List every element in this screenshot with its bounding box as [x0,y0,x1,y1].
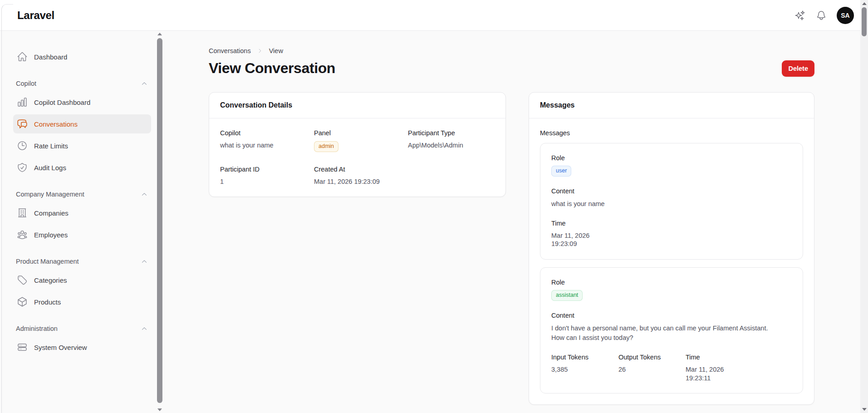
sidebar-group-header: Company Management [13,191,151,198]
time-field: Time Mar 11, 2026 19:23:11 [686,354,792,383]
breadcrumb-conversations[interactable]: Conversations [209,47,251,54]
sidebar-group-administration: Administration System Overview [13,325,151,357]
field-label: Participant Type [408,129,495,137]
delete-button[interactable]: Delete [782,60,814,77]
avatar[interactable]: SA [837,7,854,24]
message-time-field: Time Mar 11, 2026 19:23:09 [551,220,792,249]
sidebar-item-label: Categories [34,276,67,284]
sidebar-group-product-management: Product Management Categories Products [13,258,151,311]
input-tokens-field: Input Tokens 3,385 [551,354,618,383]
scroll-down-arrow-icon[interactable] [157,408,162,411]
message-role-field: Role assistant [551,279,792,301]
sidebar-item-categories[interactable]: Categories [13,270,151,290]
sidebar-item-label: Employees [34,231,68,239]
card-header: Conversation Details [209,93,505,118]
shield-check-icon [17,162,28,173]
messages-card: Messages Messages Role user Content [529,92,814,405]
role-badge: user [551,166,571,177]
sidebar-scrollbar-thumb[interactable] [157,38,162,403]
sidebar-item-dashboard[interactable]: Dashboard [13,47,151,66]
field-label: Content [551,312,792,319]
window-scrollbar-thumb[interactable] [862,7,867,36]
sidebar-group-label: Company Management [16,191,84,198]
sidebar-group-company-management: Company Management Companies Employees [13,191,151,244]
panel-badge: admin [314,141,338,152]
message-item-user: Role user Content what is your name Time… [540,143,803,260]
chevron-right-icon [257,48,263,54]
sidebar-item-employees[interactable]: Employees [13,225,151,244]
sidebar-item-label: Copilot Dashboard [34,98,90,106]
sidebar-item-audit-logs[interactable]: Audit Logs [13,158,151,177]
bell-icon[interactable] [815,10,827,21]
chart-bar-icon [17,97,28,108]
sidebar-item-label: Conversations [34,120,78,128]
field-label: Participant ID [220,166,307,173]
field-value: Mar 11, 2026 19:23:09 [314,177,401,186]
sidebar-group-header: Copilot [13,80,151,87]
conversation-details-card: Conversation Details Copilot what is you… [209,92,506,197]
chevron-up-icon[interactable] [141,80,147,87]
field-value: 1 [220,177,307,186]
breadcrumb-view: View [269,47,283,54]
message-time: Mar 11, 2026 19:23:09 [551,231,602,249]
sidebar-group-label: Administration [16,325,58,332]
clock-icon [17,140,28,151]
sidebar-group-copilot: Copilot Copilot Dashboard Conversations … [13,80,151,177]
sidebar-item-system-overview[interactable]: System Overview [13,338,151,357]
card-title: Conversation Details [220,101,495,109]
field-label: Role [551,279,792,286]
sidebar-item-copilot-dashboard[interactable]: Copilot Dashboard [13,93,151,112]
sidebar-item-conversations[interactable]: Conversations [13,114,151,133]
message-content: what is your name [551,199,780,209]
sidebar-group-label: Product Management [16,258,79,265]
cube-icon [17,296,28,307]
message-item-assistant: Role assistant Content I don't have a pe… [540,267,803,393]
field-copilot: Copilot what is your name [220,129,307,152]
sidebar-item-rate-limits[interactable]: Rate Limits [13,136,151,155]
home-icon [17,51,28,62]
field-label: Created At [314,166,401,173]
message-content-field: Content what is your name [551,187,792,209]
message-meta-row: Input Tokens 3,385 Output Tokens 26 Time… [551,354,792,383]
sidebar-item-label: System Overview [34,344,87,351]
page-header: View Conversation Delete [209,60,814,77]
chevron-up-icon[interactable] [141,325,147,332]
chevron-up-icon[interactable] [141,191,147,197]
scroll-up-arrow-icon[interactable] [157,33,162,35]
sidebar-scrollbar [157,31,163,413]
output-tokens-value: 26 [618,365,686,374]
scroll-up-arrow-icon[interactable] [862,2,867,5]
field-label: Time [551,220,792,227]
user-group-icon [17,229,28,240]
breadcrumb: Conversations View [209,47,814,54]
sidebar-item-label: Rate Limits [34,142,68,150]
chevron-up-icon[interactable] [141,258,147,265]
field-label: Content [551,187,792,195]
message-content-field: Content I don't have a personal name, bu… [551,312,792,343]
sparkles-icon[interactable] [794,10,806,21]
field-value: what is your name [220,141,307,150]
sidebar-group-label: Copilot [16,80,36,87]
field-participant-type: Participant Type App\Models\Admin [408,129,495,152]
sidebar-item-products[interactable]: Products [13,292,151,311]
field-label: Output Tokens [618,354,686,361]
role-badge: assistant [551,290,583,301]
scroll-down-arrow-icon[interactable] [862,408,867,411]
field-label: Time [686,354,792,361]
card-title: Messages [540,101,803,109]
field-created-at: Created At Mar 11, 2026 19:23:09 [314,166,401,186]
field-label: Copilot [220,129,307,137]
server-stack-icon [17,342,28,353]
sidebar: Dashboard Copilot Copilot Dashboard Conv… [2,31,157,413]
sidebar-item-companies[interactable]: Companies [13,203,151,222]
brand-logo[interactable]: Laravel [17,9,54,22]
messages-list-label: Messages [540,129,803,137]
sidebar-item-label: Audit Logs [34,164,66,172]
main-content: Conversations View View Conversation Del… [163,31,860,413]
sidebar-item-label: Products [34,298,61,306]
sidebar-item-label: Dashboard [34,53,67,61]
output-tokens-field: Output Tokens 26 [618,354,686,383]
card-header: Messages [529,93,814,118]
message-role-field: Role user [551,154,792,177]
sidebar-group-header: Product Management [13,258,151,265]
